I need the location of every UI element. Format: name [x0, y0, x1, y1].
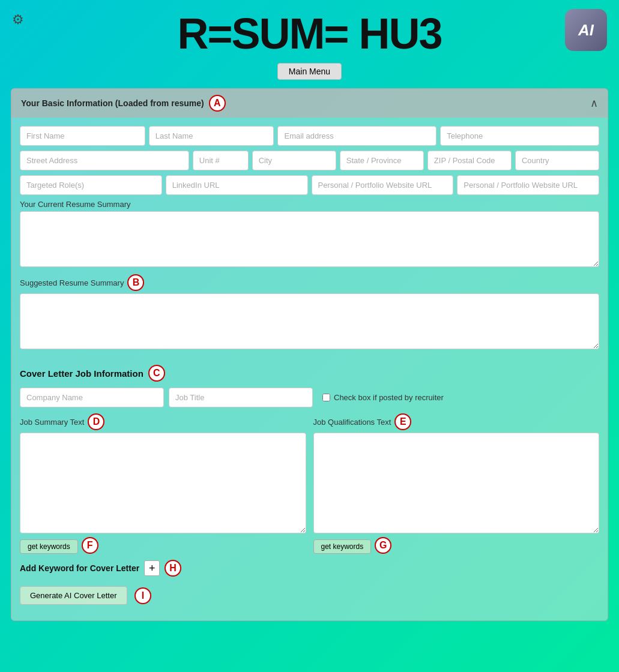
role-input[interactable]: [20, 175, 162, 195]
cover-letter-section-header: Cover Letter Job Information C: [11, 356, 608, 388]
current-summary-textarea[interactable]: [20, 211, 599, 267]
job-summary-col: Job Summary Text D get keywords F: [20, 413, 306, 554]
badge-a: A: [209, 95, 226, 112]
first-name-input[interactable]: [20, 126, 145, 146]
badge-h: H: [165, 560, 181, 577]
suggested-summary-textarea[interactable]: [20, 293, 599, 349]
ai-badge: AI: [565, 9, 607, 51]
city-input[interactable]: [252, 151, 336, 170]
cover-letter-title: Cover Letter Job Information: [20, 368, 143, 379]
collapse-icon[interactable]: ∧: [590, 97, 598, 110]
header: ⚙ R=SUM= HU3 AI: [0, 0, 619, 58]
badge-i: I: [134, 587, 151, 604]
job-summary-label: Job Summary Text D: [20, 413, 306, 430]
generate-cover-letter-button[interactable]: Generate AI Cover Letter: [20, 586, 127, 605]
job-summary-textarea[interactable]: [20, 433, 306, 533]
portfolio2-input[interactable]: [457, 175, 599, 195]
main-menu-button[interactable]: Main Menu: [277, 63, 342, 80]
recruiter-checkbox-label[interactable]: Check box if posted by recruiter: [322, 393, 444, 402]
recruiter-checkbox[interactable]: [322, 394, 330, 401]
address-row: [20, 151, 599, 170]
job-title-input[interactable]: [169, 388, 313, 407]
gear-icon[interactable]: ⚙: [12, 12, 24, 28]
badge-d: D: [88, 413, 104, 430]
add-keyword-label: Add Keyword for Cover Letter: [20, 563, 139, 573]
badge-c: C: [148, 365, 165, 382]
role-links-row: [20, 175, 599, 195]
name-email-row: [20, 126, 599, 146]
generate-row: Generate AI Cover Letter I: [11, 577, 608, 608]
company-row: Check box if posted by recruiter: [11, 388, 608, 407]
badge-f: F: [82, 537, 98, 554]
last-name-input[interactable]: [149, 126, 274, 146]
get-keywords-left-button[interactable]: get keywords: [20, 539, 78, 554]
job-qual-textarea[interactable]: [313, 433, 600, 533]
basic-info-form: Your Current Resume Summary Suggested Re…: [11, 118, 608, 352]
badge-g: G: [375, 537, 391, 554]
main-card: Your Basic Information (Loaded from resu…: [11, 88, 608, 621]
add-keyword-button[interactable]: +: [144, 560, 160, 576]
badge-b: B: [127, 274, 144, 291]
telephone-input[interactable]: [440, 126, 599, 146]
state-input[interactable]: [340, 151, 424, 170]
zip-input[interactable]: [427, 151, 512, 170]
current-summary-label: Your Current Resume Summary: [20, 200, 599, 209]
unit-input[interactable]: [193, 151, 249, 170]
job-text-section: Job Summary Text D get keywords F Job Qu…: [11, 413, 608, 554]
street-input[interactable]: [20, 151, 189, 170]
basic-info-title: Your Basic Information (Loaded from resu…: [21, 98, 204, 108]
linkedin-input[interactable]: [166, 175, 308, 195]
basic-info-section-header: Your Basic Information (Loaded from resu…: [11, 89, 608, 118]
app-logo: R=SUM= HU3: [12, 6, 607, 55]
suggested-summary-label: Suggested Resume Summary B: [20, 274, 599, 291]
job-qual-label: Job Qualifications Text E: [313, 413, 600, 430]
country-input[interactable]: [515, 151, 599, 170]
company-name-input[interactable]: [20, 388, 164, 407]
portfolio1-input[interactable]: [312, 175, 454, 195]
get-keywords-right-button[interactable]: get keywords: [313, 539, 372, 554]
add-keyword-row: Add Keyword for Cover Letter + H: [11, 554, 608, 577]
job-qual-col: Job Qualifications Text E get keywords G: [313, 413, 600, 554]
email-input[interactable]: [277, 126, 436, 146]
badge-e: E: [394, 413, 411, 430]
